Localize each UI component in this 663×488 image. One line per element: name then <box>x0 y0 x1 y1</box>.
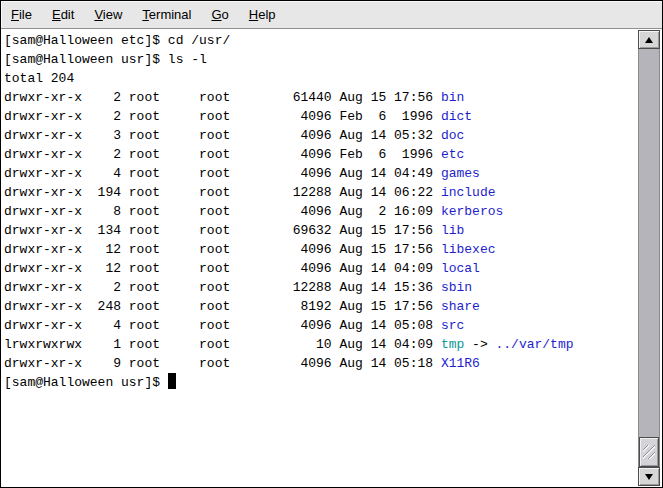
directory-name: X11R6 <box>441 356 480 371</box>
output-text: total 204 <box>4 71 74 86</box>
output-text: drwxr-xr-x 194 root root 12288 Aug 14 06… <box>4 185 441 200</box>
window-content: [sam@Halloween etc]$ cd /usr/[sam@Hallow… <box>1 29 662 487</box>
scrollbar-track[interactable] <box>638 49 660 467</box>
directory-name: src <box>441 318 464 333</box>
directory-name: share <box>441 299 480 314</box>
output-text: drwxr-xr-x 134 root root 69632 Aug 15 17… <box>4 223 441 238</box>
output-text: -> <box>464 337 495 352</box>
menu-bar: FileEditViewTerminalGoHelp <box>1 1 662 29</box>
menu-item-file[interactable]: File <box>1 1 42 28</box>
terminal-line: lrwxrwxrwx 1 root root 10 Aug 14 04:09 t… <box>4 335 633 354</box>
terminal-line: drwxr-xr-x 2 root root 4096 Feb 6 1996 d… <box>4 107 633 126</box>
directory-name: doc <box>441 128 464 143</box>
terminal-line: [sam@Halloween usr]$ <box>4 373 633 392</box>
scrollbar <box>633 29 662 487</box>
terminal-line: drwxr-xr-x 4 root root 4096 Aug 14 04:49… <box>4 164 633 183</box>
output-text: [sam@Halloween etc]$ cd /usr/ <box>4 33 230 48</box>
thumb-grip-icon <box>643 445 655 459</box>
scrollbar-thumb[interactable] <box>639 437 659 467</box>
output-text: drwxr-xr-x 12 root root 4096 Aug 14 04:0… <box>4 261 441 276</box>
menu-item-help[interactable]: Help <box>239 1 286 28</box>
output-text: drwxr-xr-x 8 root root 4096 Aug 2 16:09 <box>4 204 441 219</box>
output-text: drwxr-xr-x 4 root root 4096 Aug 14 04:49 <box>4 166 441 181</box>
terminal-line: [sam@Halloween etc]$ cd /usr/ <box>4 31 633 50</box>
directory-name: libexec <box>441 242 496 257</box>
directory-name: local <box>441 261 480 276</box>
menu-item-terminal[interactable]: Terminal <box>132 1 201 28</box>
scrollbar-inner <box>638 30 660 486</box>
directory-name: kerberos <box>441 204 503 219</box>
output-text: [sam@Halloween usr]$ <box>4 375 168 390</box>
terminal-line: [sam@Halloween usr]$ ls -l <box>4 50 633 69</box>
output-text: drwxr-xr-x 4 root root 4096 Aug 14 05:08 <box>4 318 441 333</box>
terminal-line: drwxr-xr-x 134 root root 69632 Aug 15 17… <box>4 221 633 240</box>
output-text: drwxr-xr-x 3 root root 4096 Aug 14 05:32 <box>4 128 441 143</box>
directory-name: etc <box>441 147 464 162</box>
directory-name: lib <box>441 223 464 238</box>
terminal-line: drwxr-xr-x 9 root root 4096 Aug 14 05:18… <box>4 354 633 373</box>
directory-name: include <box>441 185 496 200</box>
menu-item-edit[interactable]: Edit <box>42 1 84 28</box>
menu-item-go[interactable]: Go <box>201 1 238 28</box>
scrollbar-up-button[interactable] <box>638 30 660 49</box>
menu-item-view[interactable]: View <box>84 1 132 28</box>
terminal-line: drwxr-xr-x 2 root root 4096 Feb 6 1996 e… <box>4 145 633 164</box>
directory-name: ../var/tmp <box>496 337 574 352</box>
output-text: drwxr-xr-x 2 root root 4096 Feb 6 1996 <box>4 109 441 124</box>
up-arrow-icon <box>645 37 653 43</box>
output-text: drwxr-xr-x 2 root root 12288 Aug 14 15:3… <box>4 280 441 295</box>
output-text: drwxr-xr-x 2 root root 4096 Feb 6 1996 <box>4 147 441 162</box>
down-arrow-icon <box>645 474 653 480</box>
directory-name: sbin <box>441 280 472 295</box>
output-text: drwxr-xr-x 2 root root 61440 Aug 15 17:5… <box>4 90 441 105</box>
terminal-line: drwxr-xr-x 3 root root 4096 Aug 14 05:32… <box>4 126 633 145</box>
terminal-screen[interactable]: [sam@Halloween etc]$ cd /usr/[sam@Hallow… <box>1 29 633 487</box>
output-text: [sam@Halloween usr]$ ls -l <box>4 52 207 67</box>
output-text: drwxr-xr-x 9 root root 4096 Aug 14 05:18 <box>4 356 441 371</box>
terminal-window: FileEditViewTerminalGoHelp [sam@Hallowee… <box>0 0 663 488</box>
directory-name: games <box>441 166 480 181</box>
terminal-line: drwxr-xr-x 8 root root 4096 Aug 2 16:09 … <box>4 202 633 221</box>
terminal-line: drwxr-xr-x 2 root root 12288 Aug 14 15:3… <box>4 278 633 297</box>
scrollbar-down-button[interactable] <box>638 467 660 486</box>
directory-name: dict <box>441 109 472 124</box>
terminal-line: drwxr-xr-x 4 root root 4096 Aug 14 05:08… <box>4 316 633 335</box>
symlink-name: tmp <box>441 337 464 352</box>
terminal-line: drwxr-xr-x 248 root root 8192 Aug 15 17:… <box>4 297 633 316</box>
terminal-line: total 204 <box>4 69 633 88</box>
directory-name: bin <box>441 90 464 105</box>
terminal-line: drwxr-xr-x 194 root root 12288 Aug 14 06… <box>4 183 633 202</box>
terminal-cursor <box>168 373 176 389</box>
output-text: drwxr-xr-x 12 root root 4096 Aug 15 17:5… <box>4 242 441 257</box>
output-text: drwxr-xr-x 248 root root 8192 Aug 15 17:… <box>4 299 441 314</box>
terminal-line: drwxr-xr-x 12 root root 4096 Aug 14 04:0… <box>4 259 633 278</box>
output-text: lrwxrwxrwx 1 root root 10 Aug 14 04:09 <box>4 337 441 352</box>
terminal-line: drwxr-xr-x 12 root root 4096 Aug 15 17:5… <box>4 240 633 259</box>
terminal-line: drwxr-xr-x 2 root root 61440 Aug 15 17:5… <box>4 88 633 107</box>
